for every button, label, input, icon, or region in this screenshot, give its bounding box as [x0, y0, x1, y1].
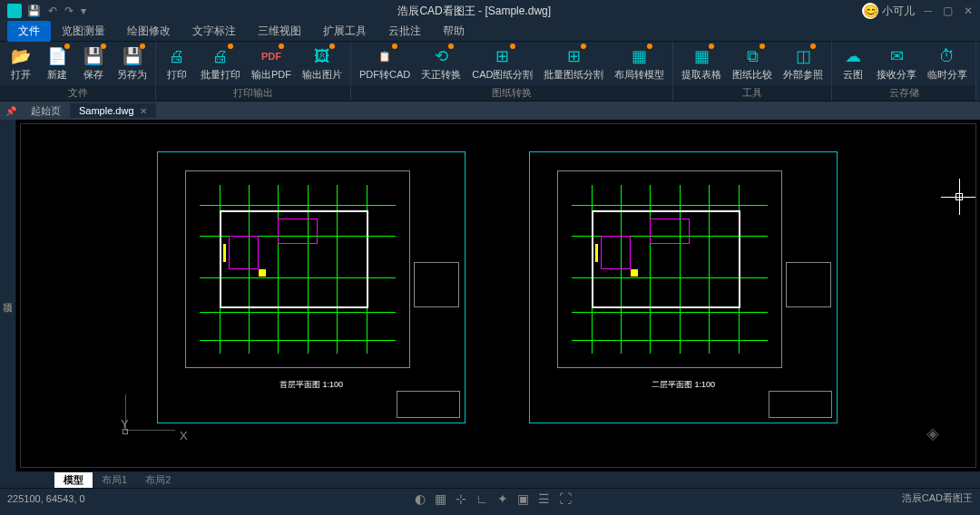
xref-icon: ◫: [792, 45, 814, 67]
ribbon: 📂打开 📄新建 💾保存 💾另存为 文件 🖨打印 🖨批量打印 PDF输出PDF 🖼…: [0, 42, 980, 102]
group-label: 文件: [0, 85, 155, 101]
title-bar: 💾 ↶ ↷ ▾ 浩辰CAD看图王 - [Sample.dwg] 😊 小可儿 ─ …: [0, 0, 980, 22]
tab-model[interactable]: 模型: [54, 472, 93, 488]
user-area[interactable]: 😊 小可儿: [862, 3, 915, 19]
printer-icon: 🖨: [166, 45, 188, 67]
table-button[interactable]: ▦提取表格: [677, 44, 726, 83]
window-title: 浩辰CAD看图王 - [Sample.dwg]: [86, 4, 862, 19]
split-icon: ⊞: [492, 45, 514, 67]
workspace: 项目 首层平面图 1:100: [0, 120, 980, 471]
qat-redo-icon[interactable]: ↷: [64, 5, 74, 17]
open-button[interactable]: 📂打开: [4, 44, 38, 83]
save-button[interactable]: 💾保存: [76, 44, 111, 83]
pdf-to-cad-icon: 📋: [374, 45, 396, 67]
menu-text[interactable]: 文字标注: [181, 21, 247, 42]
batch-split-icon: ⊞: [563, 45, 584, 67]
view-cube-icon[interactable]: ◈: [916, 417, 948, 449]
folder-open-icon: 📂: [10, 45, 32, 67]
exportimg-button[interactable]: 🖼输出图片: [298, 44, 347, 83]
minimize-icon[interactable]: ─: [924, 5, 932, 17]
tab-sample[interactable]: Sample.dwg✕: [70, 103, 156, 118]
drawing-sheet-1: 首层平面图 1:100: [157, 151, 466, 423]
group-label: 工具: [673, 85, 831, 101]
image-icon: 🖼: [311, 45, 333, 67]
table-icon: ▦: [691, 45, 712, 67]
tool-ortho-icon[interactable]: ∟: [475, 491, 488, 506]
compare-icon: ⧉: [741, 45, 763, 67]
side-panel[interactable]: 项目: [0, 120, 16, 471]
saveas-icon: 💾: [122, 45, 143, 67]
receive-button[interactable]: ✉接收分享: [872, 44, 921, 83]
save-icon: 💾: [83, 45, 104, 67]
legend-table: [414, 262, 459, 307]
tool-grid-icon[interactable]: ▦: [435, 491, 446, 506]
menu-ext[interactable]: 扩展工具: [312, 21, 377, 42]
document-tabs: 📌 起始页 Sample.dwg✕: [0, 102, 980, 120]
app-logo-icon: [7, 4, 22, 18]
new-button[interactable]: 📄新建: [40, 44, 74, 83]
pdf2cad-button[interactable]: 📋PDF转CAD: [355, 44, 415, 83]
tool-color-icon[interactable]: ◐: [415, 491, 426, 506]
convert-icon: ⟲: [430, 45, 452, 67]
model-layout-tabs: 模型 布局1 布局2: [0, 471, 980, 488]
drawing-sheet-2: 二层平面图 1:100: [529, 151, 838, 423]
user-name: 小可儿: [882, 4, 915, 19]
close-icon[interactable]: ✕: [964, 5, 973, 17]
group-label: 云存储: [832, 85, 975, 101]
tool-snap-icon[interactable]: ⊹: [456, 491, 466, 506]
split-button[interactable]: ⊞CAD图纸分割: [467, 44, 537, 83]
maximize-icon[interactable]: ▢: [943, 5, 953, 17]
ribbon-group-convert: 📋PDF转CAD ⟲天正转换 ⊞CAD图纸分割 ⊞批量图纸分割 ▦布局转模型 图…: [351, 42, 673, 101]
ribbon-group-cloud: ☁云图 ✉接收分享 ⏱临时分享 云存储: [832, 42, 976, 101]
status-tools: ◐ ▦ ⊹ ∟ ✦ ▣ ☰ ⛶: [415, 491, 572, 506]
receive-icon: ✉: [886, 45, 907, 67]
pdf-icon: PDF: [260, 45, 282, 67]
cloud-button[interactable]: ☁云图: [836, 44, 870, 83]
tab-start[interactable]: 起始页: [22, 102, 70, 120]
batchsplit-button[interactable]: ⊞批量图纸分割: [539, 44, 608, 83]
exportpdf-button[interactable]: PDF输出PDF: [247, 44, 296, 83]
compare-button[interactable]: ⧉图纸比较: [728, 44, 777, 83]
saveas-button[interactable]: 💾另存为: [113, 44, 152, 83]
layout-button[interactable]: ▦布局转模型: [610, 44, 669, 83]
brand-label: 浩辰CAD看图王: [902, 491, 973, 505]
menu-bar: 文件 览图测量 绘图修改 文字标注 三维视图 扩展工具 云批注 帮助: [0, 22, 980, 42]
tab-layout1[interactable]: 布局1: [93, 472, 136, 488]
ucs-x-axis: [125, 430, 175, 431]
menu-three[interactable]: 三维视图: [247, 21, 312, 42]
tool-fullscreen-icon[interactable]: ⛶: [559, 491, 572, 506]
tab-close-icon[interactable]: ✕: [140, 106, 147, 116]
avatar-icon: 😊: [862, 3, 878, 19]
status-bar: 225100, 64543, 0 ◐ ▦ ⊹ ∟ ✦ ▣ ☰ ⛶ 浩辰CAD看图…: [0, 488, 980, 508]
ribbon-group-print: 🖨打印 🖨批量打印 PDF输出PDF 🖼输出图片 打印输出: [156, 42, 351, 101]
title-block: [769, 391, 832, 418]
tab-layout2[interactable]: 布局2: [136, 472, 180, 488]
batchprint-button[interactable]: 🖨批量打印: [196, 44, 245, 83]
tianzheng-button[interactable]: ⟲天正转换: [416, 44, 466, 83]
group-label: 打印输出: [156, 85, 350, 101]
title-block: [397, 391, 460, 418]
tempshare-button[interactable]: ⏱临时分享: [923, 44, 972, 83]
ribbon-group-file: 📂打开 📄新建 💾保存 💾另存为 文件: [0, 42, 156, 101]
cloud-icon: ☁: [842, 45, 864, 67]
pin-icon[interactable]: 📌: [0, 106, 22, 116]
menu-cloud[interactable]: 云批注: [377, 21, 432, 42]
tool-lineweight-icon[interactable]: ☰: [538, 491, 550, 506]
xref-button[interactable]: ◫外部参照: [779, 44, 828, 83]
print-button[interactable]: 🖨打印: [160, 44, 194, 83]
axis-x-label: X: [180, 429, 188, 442]
menu-file[interactable]: 文件: [7, 21, 51, 42]
qat-save-icon[interactable]: 💾: [27, 5, 41, 17]
tool-osnap-icon[interactable]: ▣: [517, 491, 529, 506]
menu-edit[interactable]: 绘图修改: [116, 21, 181, 42]
menu-view[interactable]: 览图测量: [51, 21, 116, 42]
menu-help[interactable]: 帮助: [432, 21, 475, 42]
temp-share-icon: ⏱: [936, 45, 958, 67]
tool-polar-icon[interactable]: ✦: [497, 491, 508, 506]
file-new-icon: 📄: [46, 45, 68, 67]
legend-table: [786, 262, 831, 307]
layout-icon: ▦: [629, 45, 651, 67]
drawing-title: 首层平面图 1:100: [279, 379, 343, 391]
canvas[interactable]: 首层平面图 1:100 二层平面图 1:100: [20, 123, 976, 468]
qat-undo-icon[interactable]: ↶: [48, 5, 57, 17]
